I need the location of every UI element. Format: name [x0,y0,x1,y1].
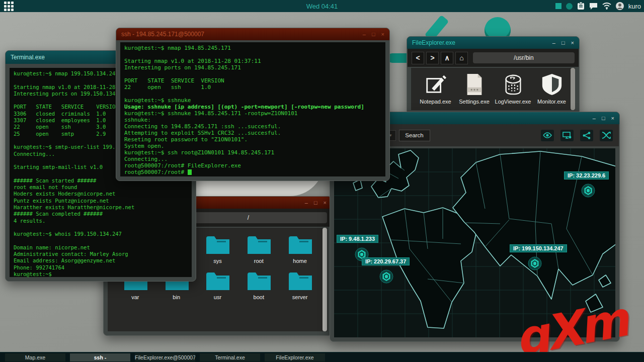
folder-icon [247,271,271,291]
chat-icon[interactable] [589,3,598,10]
wifi-icon[interactable] [602,3,611,10]
taskbar-item[interactable]: Terminal.exe [200,353,260,361]
taskbar-item[interactable]: FileExplorer.exe@500007 [135,353,195,361]
folder-item[interactable]: server [279,268,320,300]
taskbar-item[interactable]: ssh - [70,353,130,361]
taskbar-item[interactable]: Map.exe [5,353,65,361]
file-item-monitor[interactable]: Monitor.exe [532,73,571,105]
scrollbar[interactable] [323,228,327,331]
terminal-line: Domain name: nicorpe.net [14,244,188,251]
close-icon[interactable] [571,37,574,49]
minimize-icon[interactable] [363,28,366,40]
folder-item[interactable]: usr [197,268,238,300]
up-icon[interactable]: ∧ [441,52,453,64]
ip-label[interactable]: IP: 9.48.1.233 [337,235,378,243]
folder-icon [205,271,229,291]
minimize-icon[interactable] [552,37,555,49]
ssh-line: Connecting to 194.85.245.171 :ssh ...suc… [124,123,381,130]
map-marker[interactable] [528,256,542,270]
folder-icon [288,235,312,255]
ssh-line: kuro@test:~$ sshnuke [124,97,381,104]
ssh-line: Reseting root password to "Z1ON0101". [124,136,381,143]
username-label: kuro [628,3,641,10]
minimize-icon[interactable] [593,112,596,124]
febin-title: FileExplorer.exe [412,39,455,46]
ssh-line: kuro@test:~$ ssh root@Z1ON0101 194.85.24… [124,149,381,156]
search-button[interactable]: Search [399,130,430,141]
folder-item[interactable]: sys [197,232,238,264]
ssh-line: Connecting... [124,156,381,162]
ssh-line: root@500007:/root# FileExplorer.exe [124,162,381,169]
file-item-logviewer[interactable]: LogViewer.exe [494,73,532,105]
map-marker[interactable] [379,269,393,284]
terminal-line: kuro@test:~$ whois 199.150.134.247 [14,231,188,237]
febin-content: Notepad.exe Settings.exe LogViewer.exe M… [411,68,575,110]
ssh-line: Attempting to exploit SSHv1 CRC32 ...suc… [124,130,381,136]
share-icon[interactable] [580,130,593,141]
folder-icon [288,271,312,291]
ip-label[interactable]: IP: 220.29.67.37 [362,257,410,265]
notepad-icon [424,73,447,96]
maximize-icon[interactable] [314,197,317,209]
address-bar[interactable]: /usr/bin [473,52,575,63]
terminal-line [14,224,188,231]
monitor-shield-icon [540,73,564,96]
home-icon[interactable]: ⌂ [455,52,468,64]
maximize-icon[interactable] [602,112,605,124]
clipboard-icon[interactable] [577,2,585,10]
ip-label[interactable]: IP: 32.23.229.6 [564,171,609,179]
folder-item[interactable]: boot [238,268,279,300]
minimize-icon[interactable] [305,197,308,209]
ssh-output[interactable]: kuro@test:~$ nmap 194.85.245.171Starting… [120,42,385,176]
ssh-line [124,90,381,97]
close-icon[interactable] [324,197,327,209]
terminal-line: Email address: Asorg@genzyme.net [14,257,188,264]
forward-icon[interactable]: > [426,52,439,64]
user-avatar[interactable] [616,2,624,10]
terminal-line: root email not found [14,184,188,191]
taskbar-item[interactable]: FileExplorer.exe [265,353,325,361]
back-icon[interactable]: < [412,52,424,64]
terminal-title: Terminal.exe [11,54,45,61]
eye-icon[interactable] [541,130,554,141]
tray-square-icon[interactable] [555,3,561,9]
clock: Wed 04:41 [0,3,644,10]
map-marker[interactable] [581,184,595,198]
ssh-line: kuro@test:~$ sshnuke 194.85.245.171 -roo… [124,110,381,117]
terminal-line: Administrative contact: Marley Asorg [14,251,188,257]
scrollbar[interactable] [571,68,575,110]
ssh-line: Interesting ports on 194.85.245.171 [124,64,381,71]
ssh-line: sshnuke: [124,117,381,123]
ip-label[interactable]: IP: 199.150.134.247 [510,244,567,252]
terminal-line: 4 results. [14,218,188,224]
maximize-icon[interactable] [372,28,375,40]
folder-item[interactable]: home [279,232,320,264]
shuffle-icon[interactable] [600,130,613,141]
window-ssh: ssh - 194.85.245.171@500007 kuro@test:~$… [116,28,390,181]
ssh-line [124,51,381,58]
settings-icon [463,73,486,96]
ssh-line: System open. [124,143,381,149]
logviewer-icon [502,73,525,96]
folder-item[interactable]: root [238,232,279,264]
window-file-explorer-bin: FileExplorer.exe < > ∧ ⌂ /usr/bin Notepa… [407,36,580,115]
ssh-line [124,71,381,77]
ssh-line: kuro@test:~$ nmap 194.85.245.171 [124,45,381,51]
ssh-title: ssh - 194.85.245.171@500007 [121,31,204,38]
file-item-notepad[interactable]: Notepad.exe [416,73,455,105]
ssh-title-bar[interactable]: ssh - 194.85.245.171@500007 [116,28,389,40]
febin-title-bar[interactable]: FileExplorer.exe [407,37,579,49]
remote-screen-icon[interactable] [560,130,574,141]
top-bar: Wed 04:41 kuro [0,0,644,12]
tray-circle-icon[interactable] [566,3,573,10]
terminal-line: Puntz exists Puntz@nicorpe.net [14,198,188,204]
close-icon[interactable] [611,112,614,124]
ssh-line: 22 open ssh 1.0 [124,84,381,90]
terminal-line: Hoders exists Hoders@nicorpe.net [14,191,188,197]
terminal-line [14,237,188,244]
terminal-line: Phone: 992741764 [14,264,188,271]
ssh-line: root@500007:/root# [124,169,381,175]
maximize-icon[interactable] [561,37,565,49]
file-item-settings[interactable]: Settings.exe [455,73,494,105]
close-icon[interactable] [381,28,384,40]
